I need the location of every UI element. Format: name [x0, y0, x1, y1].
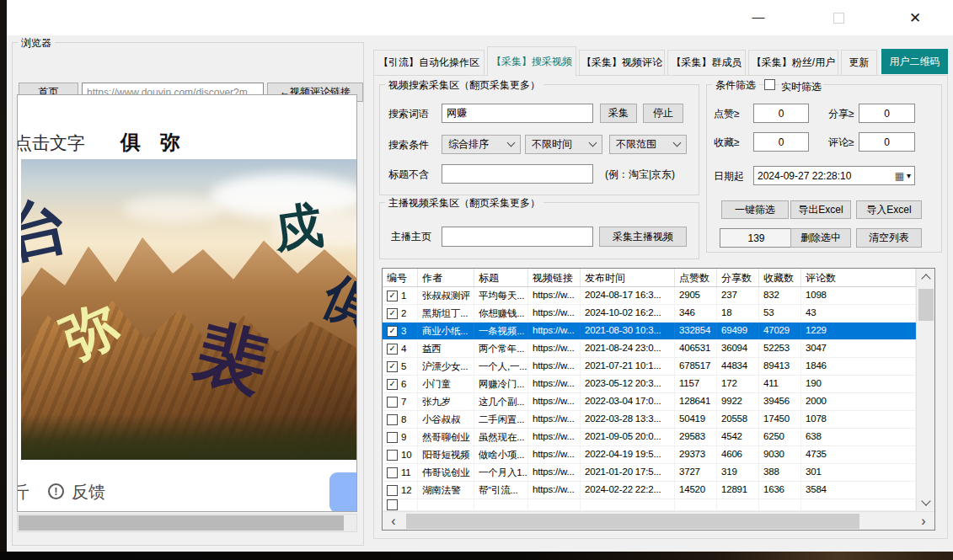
row-checkbox[interactable]	[387, 485, 398, 496]
keyword-input[interactable]	[442, 104, 593, 123]
scrollbar-thumb[interactable]	[406, 514, 859, 529]
row-checkbox[interactable]	[387, 499, 398, 510]
user-qrcode-button[interactable]: 用户二维码	[881, 49, 948, 74]
row-number: 7	[401, 397, 406, 407]
browser-horizontal-scrollbar[interactable]	[17, 514, 357, 532]
cell-title: 一个月入1...	[474, 464, 528, 481]
table-row-8[interactable]: 8小谷叔叔二手闲置...https://w...2022-03-28 13:3.…	[383, 411, 934, 429]
table-row-6[interactable]: ✓6小门童网赚冷门...https://w...2023-05-12 20:3.…	[383, 376, 934, 393]
row-checkbox[interactable]: ✓	[387, 326, 398, 337]
captcha-char-1[interactable]: 台	[21, 192, 74, 266]
table-row-11[interactable]: 11伟哥说创业一个月入1...https://w...2021-01-20 17…	[383, 464, 934, 482]
row-number: 9	[401, 432, 406, 442]
scroll-down-button[interactable]	[917, 494, 935, 511]
column-header-4[interactable]: 视频链接	[528, 269, 581, 286]
collect-button[interactable]: 采集	[600, 104, 637, 123]
captcha-feedback-link[interactable]: 反馈	[72, 481, 105, 504]
favs-filter-input[interactable]	[753, 132, 809, 152]
cell-author	[418, 499, 474, 510]
row-checkbox[interactable]: ✓	[387, 361, 398, 372]
column-header-8[interactable]: 收藏数	[759, 269, 801, 286]
anchor-home-label: 主播主页	[391, 230, 431, 244]
column-header-7[interactable]: 分享数	[717, 269, 759, 286]
table-row-3[interactable]: ✓3商业小纸...一条视频...https://w...2021-08-30 1…	[383, 323, 934, 340]
row-checkbox[interactable]: ✓	[387, 344, 398, 355]
row-checkbox[interactable]: ✓	[387, 379, 398, 390]
table-row-7[interactable]: 7张九岁这几个副...https://w...2022-03-04 17:0..…	[383, 393, 934, 411]
table-row-12[interactable]: 12湖南法警帮“引流...https://w...2024-02-22 22:2…	[383, 482, 934, 499]
captcha-instruction: 点击文字	[17, 131, 85, 155]
import-excel-button[interactable]: 导入Excel	[856, 200, 922, 219]
exclude-label: 标题不含	[388, 168, 429, 182]
row-checkbox[interactable]	[387, 414, 398, 425]
scrollbar-thumb[interactable]	[19, 515, 344, 531]
screen: — ✕ 浏览器 首页 ←视频评论链接 点击文字 俱 弥	[0, 0, 953, 560]
column-header-3[interactable]: 标题	[474, 269, 528, 286]
likes-filter-input[interactable]	[753, 104, 809, 123]
tab-2[interactable]: 【采集】搜采视频	[487, 46, 576, 76]
table-row-13[interactable]	[383, 499, 934, 511]
table-row-2[interactable]: ✓2黑斯坦丁...你想赚钱...https://w...2024-10-02 1…	[383, 305, 934, 323]
tab-6[interactable]: 更新	[841, 50, 877, 76]
anchor-home-input[interactable]	[442, 227, 593, 247]
delete-selected-button[interactable]: 删除选中	[790, 228, 851, 248]
table-row-4[interactable]: ✓4益西两个常年...https://w...2021-08-24 23:0..…	[383, 340, 934, 358]
collect-anchor-videos-button[interactable]: 采集主播视频	[599, 227, 687, 247]
table-row-10[interactable]: 10阳哥短视频做啥小项...https://w...2022-04-19 19:…	[383, 446, 934, 464]
chevron-down-icon	[589, 139, 597, 147]
cell-author: 小谷叔叔	[418, 411, 474, 428]
captcha-char-2[interactable]: 戍	[270, 200, 326, 255]
table-horizontal-scrollbar[interactable]: ‹ ›	[383, 511, 934, 530]
tab-1[interactable]: 【引流】自动化操作区	[373, 50, 485, 76]
row-checkbox[interactable]	[387, 450, 398, 461]
column-header-2[interactable]: 作者	[418, 269, 474, 286]
captcha-refresh-partial-text[interactable]: 斤	[17, 481, 29, 504]
cell-likes: 678517	[675, 358, 717, 375]
table-row-5[interactable]: ✓5沪漂少女...一个人,一...https://w...2021-07-21 …	[383, 358, 934, 376]
column-header-9[interactable]: 评论数	[801, 269, 916, 286]
cell-link: https://w...	[528, 393, 581, 410]
sort-select[interactable]: 综合排序	[442, 135, 521, 154]
realtime-filter-checkbox[interactable]	[764, 79, 775, 90]
one-key-filter-button[interactable]: 一键筛选	[721, 200, 789, 219]
table-vertical-scrollbar[interactable]	[916, 269, 934, 511]
exclude-input[interactable]	[442, 164, 593, 184]
time-select[interactable]: 不限时间	[525, 135, 602, 154]
clear-list-button[interactable]: 清空列表	[856, 228, 922, 248]
comments-filter-input[interactable]	[859, 132, 915, 152]
cell-shares: 9922	[717, 393, 759, 410]
cell-shares: 4542	[717, 429, 759, 445]
row-checkbox[interactable]	[387, 432, 398, 443]
window-maximize-button[interactable]	[813, 0, 864, 35]
shares-filter-input[interactable]	[859, 104, 915, 123]
scroll-left-button[interactable]: ‹	[384, 512, 403, 531]
cell-shares: 172	[717, 376, 759, 392]
row-checkbox[interactable]: ✓	[387, 291, 398, 301]
table-row-1[interactable]: ✓1张叔叔测评平均每天...https://w...2024-08-17 16:…	[383, 287, 934, 305]
record-count: 139	[720, 228, 793, 248]
window-minimize-button[interactable]: —	[733, 0, 784, 35]
row-number: 12	[401, 485, 411, 495]
scroll-right-button[interactable]: ›	[914, 512, 933, 531]
column-header-1[interactable]: 编号	[383, 269, 418, 286]
cell-time: 2023-05-12 20:3...	[581, 376, 675, 392]
range-select-value: 不限范围	[616, 137, 656, 152]
scrollbar-thumb[interactable]	[918, 289, 934, 321]
tab-5[interactable]: 【采集】粉丝/用户	[748, 50, 838, 76]
date-from-picker[interactable]: 2024-09-27 22:28:10 ▦ ▾	[753, 166, 915, 185]
captcha-confirm-button[interactable]	[329, 472, 357, 512]
tab-4[interactable]: 【采集】群成员	[667, 50, 746, 76]
export-excel-button[interactable]: 导出Excel	[790, 200, 851, 219]
stop-button[interactable]: 停止	[643, 104, 683, 123]
row-checkbox[interactable]	[387, 467, 398, 478]
range-select[interactable]: 不限范围	[609, 135, 687, 154]
column-header-5[interactable]: 发布时间	[581, 269, 675, 286]
scroll-up-button[interactable]	[917, 269, 935, 285]
captcha-image[interactable]: 台戍弥裴俱	[21, 159, 357, 460]
column-header-6[interactable]: 点赞数	[675, 269, 717, 286]
row-checkbox[interactable]: ✓	[387, 308, 398, 319]
tab-3[interactable]: 【采集】视频评论	[579, 50, 665, 76]
window-close-button[interactable]: ✕	[890, 0, 940, 35]
table-row-9[interactable]: 9然哥聊创业虽然现在...https://w...2021-09-05 20:0…	[383, 429, 934, 446]
row-checkbox[interactable]	[387, 397, 398, 408]
